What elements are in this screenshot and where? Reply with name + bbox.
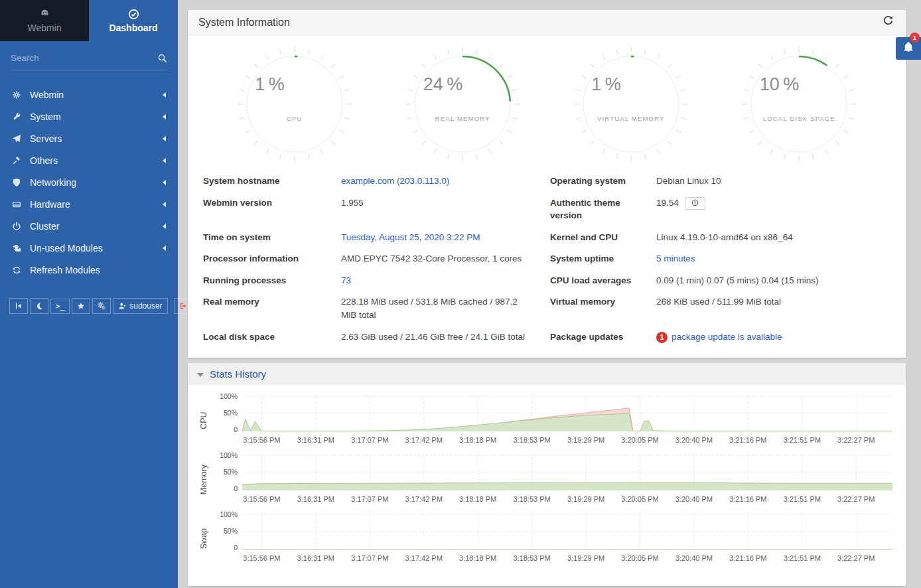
system-information-panel: System Information 1 %CPU24 %REAL MEMORY…	[188, 10, 906, 358]
sidebar-item-refresh-modules[interactable]: Refresh Modules	[0, 259, 178, 281]
info-link[interactable]: 5 minutes	[656, 254, 695, 263]
x-axis-labels: 3:15:56 PM3:16:31 PM3:17:07 PM3:17:42 PM…	[242, 551, 892, 565]
sidebar-item-webmin[interactable]: Webmin	[0, 84, 178, 106]
gauge-label: REAL MEMORY	[403, 115, 522, 122]
sidebar-item-label: Others	[28, 155, 58, 166]
info-link[interactable]: 73	[341, 275, 351, 285]
chart-plot-area	[242, 514, 892, 550]
chart-plot-area	[242, 396, 892, 431]
search-input[interactable]	[11, 49, 157, 67]
info-value-system-hostname: example.com (203.0.113.0)	[341, 175, 550, 188]
sidebar-item-label: Servers	[28, 133, 62, 144]
star-icon	[77, 302, 85, 310]
info-label-virtual-memory: Virtual memory	[550, 295, 656, 309]
x-tick-label: 3:18:18 PM	[459, 436, 496, 444]
submenu-caret-icon	[163, 202, 166, 207]
x-tick-label: 3:17:07 PM	[351, 554, 388, 562]
username-label: sudouser	[129, 302, 162, 310]
x-tick-label: 3:18:18 PM	[459, 554, 496, 562]
x-axis-labels: 3:15:56 PM3:16:31 PM3:17:07 PM3:17:42 PM…	[242, 492, 892, 506]
notification-count-badge: 1	[910, 33, 920, 42]
sidebar-item-label: System	[28, 111, 61, 122]
sidebar-item-un-used-modules[interactable]: Un-used Modules	[0, 237, 178, 259]
submenu-caret-icon	[163, 180, 166, 185]
info-value-operating-system: Debian Linux 10	[656, 175, 895, 188]
user-icon	[118, 302, 126, 310]
terminal-icon: >_	[56, 303, 64, 310]
sidebar-item-label: Un-used Modules	[28, 243, 103, 254]
submenu-caret-icon	[163, 136, 166, 141]
x-tick-label: 3:20:05 PM	[621, 495, 658, 503]
info-icon	[691, 199, 699, 208]
notifications-button[interactable]: 1	[896, 37, 921, 60]
sidebar-item-system[interactable]: System	[0, 106, 178, 127]
page-title: System Information	[198, 17, 290, 29]
moon-icon	[35, 302, 43, 310]
x-tick-label: 3:18:53 PM	[513, 436, 550, 444]
system-information-header: System Information	[188, 10, 906, 35]
stats-history-title: Stats History	[210, 368, 266, 380]
x-tick-label: 3:22:27 PM	[837, 436, 875, 444]
info-value-system-uptime: 5 minutes	[656, 252, 895, 265]
tab-dashboard[interactable]: Dashboard	[89, 0, 178, 41]
info-label-kernel-and-cpu: Kernel and CPU	[550, 231, 656, 244]
favorites-button[interactable]	[72, 298, 90, 314]
sidebar-item-hardware[interactable]: Hardware	[0, 193, 178, 215]
info-value-time-on-system: Tuesday, August 25, 2020 3:22 PM	[341, 231, 550, 244]
info-label-system-hostname: System hostname	[203, 175, 341, 188]
package-updates-badge: 1	[656, 332, 668, 343]
info-link[interactable]: Tuesday, August 25, 2020 3:22 PM	[341, 232, 480, 242]
theme-settings-button[interactable]	[92, 298, 111, 314]
info-label-processor-information: Processor information	[203, 252, 341, 265]
x-tick-label: 3:20:40 PM	[675, 436, 713, 444]
x-tick-label: 3:20:05 PM	[621, 436, 658, 444]
sidebar-search	[11, 49, 167, 70]
terminal-button[interactable]: >_	[50, 299, 70, 314]
collapse-triangle-icon	[197, 373, 204, 377]
x-tick-label: 3:15:56 PM	[243, 436, 280, 444]
info-value-local-disk-space: 2.63 GiB used / 21.46 GiB free / 24.1 Gi…	[341, 331, 550, 344]
x-tick-label: 3:17:07 PM	[351, 495, 388, 503]
theme-info-button[interactable]	[685, 197, 705, 210]
collapse-sidebar-button[interactable]	[9, 298, 28, 314]
x-tick-label: 3:17:07 PM	[351, 436, 388, 444]
refresh-page-button[interactable]	[881, 14, 895, 31]
stats-history-header[interactable]: Stats History	[188, 363, 906, 385]
refresh-arrow-icon	[883, 15, 894, 30]
gauge-value: 1 %	[591, 74, 620, 95]
tab-webmin-label: Webmin	[27, 23, 61, 33]
sidebar-nav: WebminSystemServersOthersNetworkingHardw…	[0, 70, 178, 281]
info-label-cpu-load-averages: CPU load averages	[550, 274, 656, 287]
stats-charts: CPU100%50%03:15:56 PM3:16:31 PM3:17:07 P…	[188, 385, 906, 586]
sidebar-item-networking[interactable]: Networking	[0, 171, 178, 193]
paper-plane-icon	[12, 134, 28, 143]
x-tick-label: 3:21:51 PM	[784, 495, 821, 503]
tab-webmin[interactable]: Webmin	[0, 0, 89, 41]
info-value-webmin-version: 1.955	[341, 196, 550, 210]
search-icon[interactable]	[157, 53, 167, 63]
info-value-processor-information: AMD EPYC 7542 32-Core Processor, 1 cores	[341, 252, 550, 265]
night-mode-button[interactable]	[30, 298, 48, 314]
sidebar: Webmin Dashboard WebminSystemServersOthe…	[0, 0, 178, 588]
power-icon	[12, 222, 28, 231]
sidebar-item-servers[interactable]: Servers	[0, 127, 178, 149]
x-tick-label: 3:17:42 PM	[405, 554, 443, 562]
info-link[interactable]: example.com (203.0.113.0)	[341, 176, 449, 186]
sidebar-item-others[interactable]: Others	[0, 149, 178, 171]
info-value-cpu-load-averages: 0.09 (1 min) 0.07 (5 mins) 0.04 (15 mins…	[656, 274, 895, 287]
x-tick-label: 3:16:31 PM	[297, 495, 334, 503]
webmin-logo-icon	[39, 9, 50, 20]
puzzle-icon	[12, 244, 28, 253]
sidebar-item-label: Hardware	[28, 199, 70, 210]
hammer-icon	[12, 156, 28, 165]
info-link[interactable]: package update is available	[672, 332, 782, 342]
sidebar-item-cluster[interactable]: Cluster	[0, 215, 178, 237]
chart-memory: Memory100%50%03:15:56 PM3:16:31 PM3:17:0…	[194, 455, 892, 506]
info-value-real-memory: 228.18 MiB used / 531.8 MiB cached / 987…	[341, 295, 550, 321]
info-value-kernel-and-cpu: Linux 4.19.0-10-amd64 on x86_64	[656, 231, 895, 244]
chart-plot-area	[242, 455, 892, 490]
user-button[interactable]: sudouser	[113, 298, 167, 314]
gauge-local-disk-space: 10 %LOCAL DISK SPACE	[739, 44, 859, 164]
gears-icon	[98, 302, 106, 310]
x-tick-label: 3:18:53 PM	[513, 495, 550, 503]
